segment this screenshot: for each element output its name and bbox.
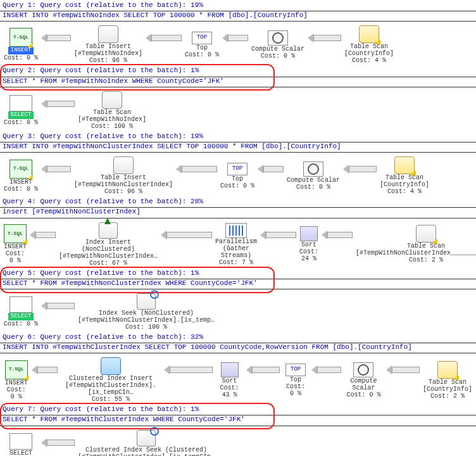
plan-operator[interactable]: Table Scan[CountryInfo]Cost: 4 %: [344, 25, 394, 64]
operator-cost: Cost: 24 %: [299, 248, 318, 262]
query-header: Query 7: Query cost (relative to the bat…: [0, 404, 476, 426]
operator-name: Table Insert: [85, 43, 131, 50]
operator-cost: Cost: 2 %: [409, 256, 443, 263]
query-title: Query 3: Query cost (relative to the bat…: [0, 131, 476, 142]
plan-row[interactable]: SELECTCost: 0 %Table Scan[#TempWithNoInd…: [0, 87, 476, 131]
plan-operator[interactable]: SortCost: 43 %: [216, 362, 244, 398]
operator-cost: Cost: 4 %: [387, 188, 422, 195]
plan-operator[interactable]: Table Scan[CountryInfo]Cost: 4 %: [380, 156, 429, 195]
flow-arrow-icon: [41, 301, 75, 311]
query-header: Query 5: Query cost (relative to the bat…: [0, 268, 476, 289]
operator-cost: Cost: 2 %: [430, 393, 465, 400]
plan-row[interactable]: SELECTCost: 0 %Clustered Index Seek (Clu…: [0, 426, 476, 456]
query-sql: SELECT * FROM #TempWithNoIndex WHERE Cou…: [0, 77, 476, 87]
operator-cost: Cost: 0 %: [346, 391, 380, 398]
operator-name: Sort: [222, 377, 237, 384]
operator-name: Clustered Index Insert: [69, 375, 153, 382]
root-op-cost: Cost: 0 %: [4, 119, 38, 126]
plan-operator[interactable]: TOPTopCost: 0 %: [185, 32, 219, 58]
operator-cost: Cost: 4 %: [352, 57, 386, 64]
plan-operator[interactable]: Parallelism(Gather Streams)Cost: 7 %: [215, 223, 257, 266]
query-header: Query 4: Query cost (relative to the bat…: [0, 196, 476, 218]
root-op-label: SELECT: [9, 450, 32, 456]
plan-operator[interactable]: TOPTopCost: 0 %: [283, 364, 308, 397]
root-op[interactable]: T-SQLINSERTCost: 0 %: [4, 224, 27, 264]
operator-object: [#TempWithClusterIndex].[ix_tempCIn…: [78, 453, 215, 456]
operator-object: [#TempWithNoIndex]: [78, 116, 146, 123]
operator-name: Table Scan: [429, 379, 467, 386]
flow-arrow-icon: [343, 164, 377, 174]
query-sql: insert [#TempWithNonClusterIndex]: [0, 208, 476, 218]
plan-operator[interactable]: Table Insert[#TempWithNonClusterIndex]Co…: [74, 156, 173, 195]
plan-operator[interactable]: Index Seek (NonClustered)[#TempWithNonCl…: [78, 293, 215, 331]
plan-operator[interactable]: Table Scan[#TempWithNoIndex]Cost: 100 %: [78, 91, 146, 130]
root-op[interactable]: SELECTCost: 0 %: [4, 296, 38, 327]
operator-object: [CountryInfo]: [344, 50, 394, 57]
query-block: Query 6: Query cost (relative to the bat…: [0, 332, 476, 404]
plan-operator[interactable]: Compute ScalarCost: 0 %: [344, 362, 383, 398]
query-block: Query 1: Query cost (relative to the bat…: [0, 0, 476, 65]
root-op[interactable]: T-SQLINSERTCost: 0 %: [4, 160, 38, 193]
query-title: Query 5: Query cost (relative to the bat…: [0, 268, 476, 279]
query-header: Query 2: Query cost (relative to the bat…: [0, 65, 476, 87]
flow-arrow-icon: [260, 230, 296, 240]
root-op-label: INSERT: [4, 243, 27, 250]
query-title: Query 4: Query cost (relative to the bat…: [0, 196, 476, 208]
flow-arrow-icon: [161, 230, 212, 240]
root-op-cost: Cost: 0 %: [4, 250, 27, 264]
flow-arrow-icon: [386, 365, 420, 375]
query-sql: INSERT INTO #TempWithClusterIndex SELECT…: [0, 343, 476, 353]
plan-operator[interactable]: Table Insert[#TempWithNoIndex]Cost: 96 %: [74, 25, 142, 64]
operator-name: Top: [290, 376, 301, 383]
root-op-cost: Cost: 0 %: [4, 186, 38, 193]
operator-name: Table Scan: [385, 174, 423, 181]
operator-name: Table Scan: [93, 109, 131, 116]
plan-operator[interactable]: Compute ScalarCost: 0 %: [251, 30, 304, 60]
root-op-cost: Cost: 0 %: [4, 54, 38, 61]
plan-row[interactable]: T-SQLINSERTCost: 0 %Clustered Index Inse…: [0, 353, 476, 404]
flow-arrow-icon: [41, 33, 71, 43]
plan-row[interactable]: SELECTCost: 0 %Index Seek (NonClustered)…: [0, 289, 476, 332]
operator-cost: Cost: 55 %: [92, 396, 130, 403]
operator-cost: Cost: 100 %: [125, 324, 167, 331]
operator-name: Index Seek (NonClustered): [99, 310, 194, 317]
plan-operator[interactable]: SortCost: 24 %: [299, 226, 318, 262]
query-header: Query 3: Query cost (relative to the bat…: [0, 131, 476, 153]
root-op[interactable]: SELECTCost: 0 %: [4, 433, 38, 456]
operator-name: Table Insert: [101, 174, 146, 181]
flow-arrow-icon: [222, 33, 248, 43]
plan-row[interactable]: T-SQLINSERTCost: 0 %Index Insert (NonClu…: [0, 218, 476, 268]
operator-cost: Cost: 96 %: [104, 188, 142, 195]
operator-name: Index Insert (NonClustered): [59, 239, 158, 253]
plan-operator[interactable]: Table Scan[#TempWithNonClusterIndex_____…: [356, 225, 476, 263]
flow-arrow-icon: [32, 365, 58, 375]
query-sql: INSERT INTO #TempWithNonClusterIndex SEL…: [0, 142, 476, 153]
operator-cost: Cost: 0 %: [296, 184, 330, 191]
operator-cost: Cost: 100 %: [91, 123, 133, 130]
query-title: Query 6: Query cost (relative to the bat…: [0, 332, 476, 343]
flow-arrow-icon: [41, 438, 75, 448]
operator-cost: Cost: 43 %: [216, 384, 244, 398]
operator-name: Table Scan: [407, 243, 445, 250]
plan-operator[interactable]: TOPTopCost: 0 %: [220, 163, 254, 189]
plan-row[interactable]: T-SQLINSERTCost: 0 %Table Insert[#TempWi…: [0, 22, 476, 65]
query-title: Query 1: Query cost (relative to the bat…: [0, 0, 476, 11]
flow-arrow-icon: [176, 164, 217, 174]
root-op-cost: Cost: 0 %: [4, 320, 38, 327]
plan-operator[interactable]: Index Insert (NonClustered)[#TempWithNon…: [59, 222, 158, 267]
root-op[interactable]: T-SQLINSERTCost: 0 %: [4, 360, 28, 400]
plan-operator[interactable]: Clustered Index Seek (Clustered)[#TempWi…: [78, 430, 215, 456]
flow-arrow-icon: [30, 230, 56, 240]
operator-cost: Cost: 0 %: [283, 383, 308, 397]
flow-arrow-icon: [311, 365, 341, 375]
plan-operator[interactable]: Clustered Index Insert[#TempWithClusterI…: [61, 357, 160, 403]
plan-row[interactable]: T-SQLINSERTCost: 0 %Table Insert[#TempWi…: [0, 153, 476, 196]
root-op[interactable]: T-SQLINSERTCost: 0 %: [4, 28, 38, 61]
query-block: Query 3: Query cost (relative to the bat…: [0, 131, 476, 196]
query-block: Query 2: Query cost (relative to the bat…: [0, 65, 476, 130]
query-title: Query 2: Query cost (relative to the bat…: [0, 65, 476, 77]
plan-operator[interactable]: Compute ScalarCost: 0 %: [287, 162, 340, 191]
plan-operator[interactable]: Table Scan[CountryInfo]Cost: 2 %: [423, 361, 472, 400]
flow-arrow-icon: [308, 33, 341, 43]
root-op[interactable]: SELECTCost: 0 %: [4, 95, 38, 126]
